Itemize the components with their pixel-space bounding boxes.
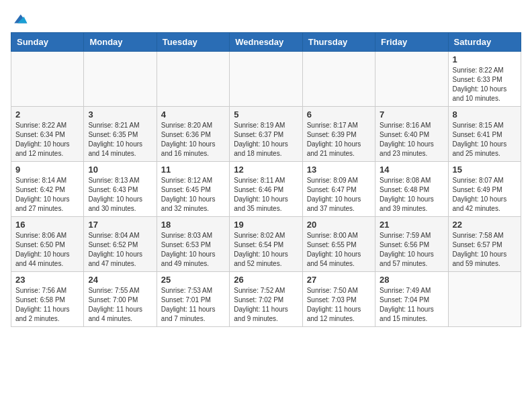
calendar-cell: 16Sunrise: 8:06 AM Sunset: 6:50 PM Dayli… [11,217,84,272]
day-info: Sunrise: 7:50 AM Sunset: 7:03 PM Dayligh… [307,286,371,324]
calendar-cell: 22Sunrise: 7:58 AM Sunset: 6:57 PM Dayli… [448,217,521,272]
calendar-cell: 27Sunrise: 7:50 AM Sunset: 7:03 PM Dayli… [302,272,375,327]
day-info: Sunrise: 8:19 AM Sunset: 6:37 PM Dayligh… [234,121,298,158]
calendar-cell: 4Sunrise: 8:20 AM Sunset: 6:36 PM Daylig… [157,107,229,162]
day-info: Sunrise: 7:56 AM Sunset: 6:58 PM Dayligh… [15,286,79,324]
day-number: 25 [161,275,225,285]
day-info: Sunrise: 7:52 AM Sunset: 7:02 PM Dayligh… [234,286,298,324]
day-info: Sunrise: 8:17 AM Sunset: 6:39 PM Dayligh… [307,121,371,158]
day-number: 6 [307,109,371,120]
day-number: 28 [380,275,443,285]
week-row-3: 9Sunrise: 8:14 AM Sunset: 6:42 PM Daylig… [11,162,521,217]
day-number: 11 [161,165,225,175]
calendar-header-wednesday: Wednesday [230,33,302,52]
week-row-4: 16Sunrise: 8:06 AM Sunset: 6:50 PM Dayli… [11,217,521,272]
day-number: 22 [453,220,517,230]
day-info: Sunrise: 8:06 AM Sunset: 6:50 PM Dayligh… [15,231,79,269]
day-number: 3 [88,109,152,120]
week-row-1: 1Sunrise: 8:22 AM Sunset: 6:33 PM Daylig… [11,52,521,107]
day-info: Sunrise: 8:03 AM Sunset: 6:53 PM Dayligh… [161,231,225,269]
day-info: Sunrise: 8:09 AM Sunset: 6:47 PM Dayligh… [307,176,371,214]
day-info: Sunrise: 8:13 AM Sunset: 6:43 PM Dayligh… [88,176,152,214]
day-number: 24 [88,275,152,285]
week-row-2: 2Sunrise: 8:22 AM Sunset: 6:34 PM Daylig… [11,107,521,162]
day-number: 26 [234,275,298,285]
day-info: Sunrise: 8:21 AM Sunset: 6:35 PM Dayligh… [88,121,152,158]
calendar-cell: 23Sunrise: 7:56 AM Sunset: 6:58 PM Dayli… [11,272,84,327]
calendar-cell: 18Sunrise: 8:03 AM Sunset: 6:53 PM Dayli… [157,217,229,272]
day-number: 23 [15,275,79,285]
logo-icon [12,11,28,27]
day-info: Sunrise: 8:15 AM Sunset: 6:41 PM Dayligh… [453,121,517,158]
calendar-cell: 20Sunrise: 8:00 AM Sunset: 6:55 PM Dayli… [302,217,375,272]
day-info: Sunrise: 7:59 AM Sunset: 6:56 PM Dayligh… [380,231,443,269]
day-info: Sunrise: 8:22 AM Sunset: 6:34 PM Dayligh… [15,121,79,158]
day-number: 27 [307,275,371,285]
day-number: 16 [15,220,79,230]
day-number: 2 [15,109,79,120]
calendar-header-sunday: Sunday [11,33,84,52]
day-number: 9 [15,165,79,175]
calendar-cell [230,52,302,107]
day-number: 8 [453,109,517,120]
calendar-cell: 13Sunrise: 8:09 AM Sunset: 6:47 PM Dayli… [302,162,375,217]
day-number: 18 [161,220,225,230]
calendar-cell: 25Sunrise: 7:53 AM Sunset: 7:01 PM Dayli… [157,272,229,327]
day-number: 14 [380,165,443,175]
calendar-cell: 15Sunrise: 8:07 AM Sunset: 6:49 PM Dayli… [448,162,521,217]
calendar-cell [11,52,84,107]
calendar-cell [375,52,448,107]
calendar-header-saturday: Saturday [448,33,521,52]
day-number: 4 [161,109,225,120]
day-info: Sunrise: 8:00 AM Sunset: 6:55 PM Dayligh… [307,231,371,269]
calendar-cell: 8Sunrise: 8:15 AM Sunset: 6:41 PM Daylig… [448,107,521,162]
calendar-header-thursday: Thursday [302,33,375,52]
calendar-cell: 19Sunrise: 8:02 AM Sunset: 6:54 PM Dayli… [230,217,302,272]
calendar-cell: 24Sunrise: 7:55 AM Sunset: 7:00 PM Dayli… [84,272,157,327]
day-info: Sunrise: 7:53 AM Sunset: 7:01 PM Dayligh… [161,286,225,324]
day-info: Sunrise: 8:02 AM Sunset: 6:54 PM Dayligh… [234,231,298,269]
calendar-cell [302,52,375,107]
day-info: Sunrise: 7:58 AM Sunset: 6:57 PM Dayligh… [453,231,517,269]
day-number: 19 [234,220,298,230]
day-info: Sunrise: 8:07 AM Sunset: 6:49 PM Dayligh… [453,176,517,214]
day-info: Sunrise: 8:16 AM Sunset: 6:40 PM Dayligh… [380,121,443,158]
calendar-cell [157,52,229,107]
day-number: 5 [234,109,298,120]
day-info: Sunrise: 7:55 AM Sunset: 7:00 PM Dayligh… [88,286,152,324]
calendar-cell: 10Sunrise: 8:13 AM Sunset: 6:43 PM Dayli… [84,162,157,217]
calendar-cell: 1Sunrise: 8:22 AM Sunset: 6:33 PM Daylig… [448,52,521,107]
calendar-cell: 17Sunrise: 8:04 AM Sunset: 6:52 PM Dayli… [84,217,157,272]
calendar-cell [84,52,157,107]
day-info: Sunrise: 7:49 AM Sunset: 7:04 PM Dayligh… [380,286,443,324]
day-info: Sunrise: 8:08 AM Sunset: 6:48 PM Dayligh… [380,176,443,214]
calendar-cell: 6Sunrise: 8:17 AM Sunset: 6:39 PM Daylig… [302,107,375,162]
calendar-cell: 28Sunrise: 7:49 AM Sunset: 7:04 PM Dayli… [375,272,448,327]
calendar-cell: 14Sunrise: 8:08 AM Sunset: 6:48 PM Dayli… [375,162,448,217]
calendar-cell: 21Sunrise: 7:59 AM Sunset: 6:56 PM Dayli… [375,217,448,272]
calendar-header-monday: Monday [84,33,157,52]
day-info: Sunrise: 8:14 AM Sunset: 6:42 PM Dayligh… [15,176,79,214]
day-info: Sunrise: 8:22 AM Sunset: 6:33 PM Dayligh… [453,66,517,103]
calendar-header-tuesday: Tuesday [157,33,229,52]
day-info: Sunrise: 8:20 AM Sunset: 6:36 PM Dayligh… [161,121,225,158]
day-info: Sunrise: 8:11 AM Sunset: 6:46 PM Dayligh… [234,176,298,214]
calendar-cell [448,272,521,327]
day-number: 10 [88,165,152,175]
calendar: SundayMondayTuesdayWednesdayThursdayFrid… [11,32,521,327]
day-info: Sunrise: 8:12 AM Sunset: 6:45 PM Dayligh… [161,176,225,214]
day-number: 15 [453,165,517,175]
day-info: Sunrise: 8:04 AM Sunset: 6:52 PM Dayligh… [88,231,152,269]
calendar-header-row: SundayMondayTuesdayWednesdayThursdayFrid… [11,33,521,52]
day-number: 13 [307,165,371,175]
calendar-header-friday: Friday [375,33,448,52]
day-number: 7 [380,109,443,120]
day-number: 21 [380,220,443,230]
calendar-cell: 11Sunrise: 8:12 AM Sunset: 6:45 PM Dayli… [157,162,229,217]
day-number: 20 [307,220,371,230]
calendar-cell: 3Sunrise: 8:21 AM Sunset: 6:35 PM Daylig… [84,107,157,162]
calendar-cell: 12Sunrise: 8:11 AM Sunset: 6:46 PM Dayli… [230,162,302,217]
calendar-cell: 5Sunrise: 8:19 AM Sunset: 6:37 PM Daylig… [230,107,302,162]
calendar-cell: 2Sunrise: 8:22 AM Sunset: 6:34 PM Daylig… [11,107,84,162]
day-number: 12 [234,165,298,175]
